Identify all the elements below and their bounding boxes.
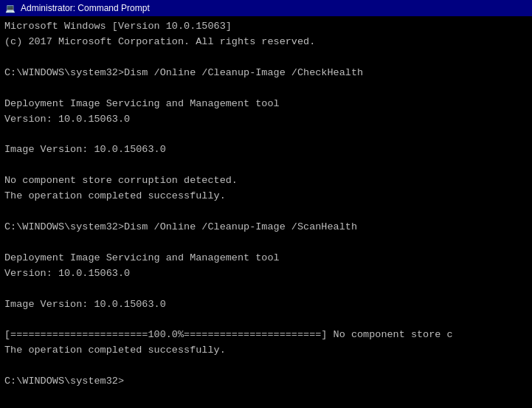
terminal-line — [4, 313, 528, 328]
terminal-line — [4, 282, 528, 297]
terminal-line: Version: 10.0.15063.0 — [4, 112, 528, 128]
terminal-line — [4, 235, 528, 251]
terminal-line: Deployment Image Servicing and Managemen… — [4, 251, 528, 266]
terminal-body: Microsoft Windows [Version 10.0.15063](c… — [0, 16, 532, 408]
terminal-line: [=======================100.0%==========… — [4, 328, 528, 343]
terminal-line: Deployment Image Servicing and Managemen… — [4, 97, 528, 112]
terminal-line — [4, 81, 528, 97]
terminal-line — [4, 50, 528, 66]
terminal-line: The operation completed successfully. — [4, 343, 528, 359]
terminal-line — [4, 158, 528, 173]
terminal-line: No component store corruption detected. — [4, 173, 528, 189]
terminal-line — [4, 127, 528, 142]
terminal-line: Image Version: 10.0.15063.0 — [4, 297, 528, 313]
terminal-line: C:\WINDOWS\system32> — [4, 374, 528, 390]
terminal-line — [4, 359, 528, 374]
title-bar-label: Administrator: Command Prompt — [21, 3, 528, 13]
terminal-line: The operation completed successfully. — [4, 189, 528, 204]
terminal-line — [4, 204, 528, 220]
terminal-line: Microsoft Windows [Version 10.0.15063] — [4, 19, 528, 35]
title-bar: 💻 Administrator: Command Prompt — [0, 0, 532, 16]
terminal-line: Image Version: 10.0.15063.0 — [4, 142, 528, 158]
terminal-line: Version: 10.0.15063.0 — [4, 266, 528, 282]
terminal-line: (c) 2017 Microsoft Corporation. All righ… — [4, 35, 528, 50]
terminal-line: C:\WINDOWS\system32>Dism /Online /Cleanu… — [4, 66, 528, 81]
terminal-line: C:\WINDOWS\system32>Dism /Online /Cleanu… — [4, 220, 528, 235]
cmd-icon: 💻 — [4, 2, 16, 14]
